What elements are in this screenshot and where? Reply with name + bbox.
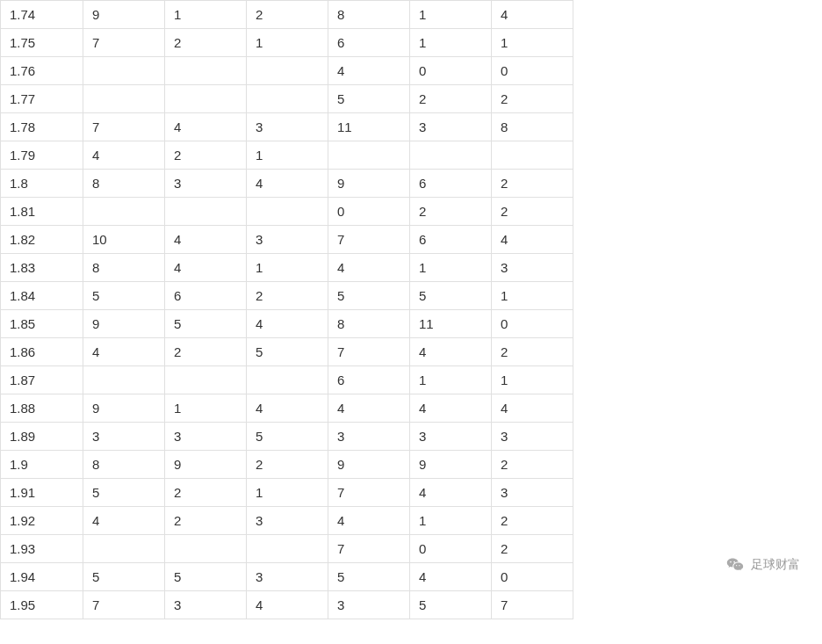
- table-cell: 4: [165, 226, 247, 254]
- table-cell: 11: [328, 113, 410, 141]
- table-cell: 4: [247, 310, 328, 338]
- table-row: 1.93702: [1, 535, 573, 563]
- table-cell: 7: [328, 338, 410, 366]
- table-cell: 6: [165, 282, 247, 310]
- table-row: 1.84562551: [1, 282, 573, 310]
- table-row: 1.76400: [1, 57, 573, 85]
- table-cell: 1.92: [1, 507, 83, 535]
- table-cell: 1: [492, 282, 573, 310]
- table-cell: 1.79: [1, 141, 83, 170]
- table-cell: 1.76: [1, 57, 83, 85]
- table-cell: [247, 57, 328, 85]
- table-cell: 6: [410, 170, 492, 198]
- table-cell: 1.85: [1, 310, 83, 338]
- table-cell: [165, 85, 247, 113]
- table-cell: 10: [83, 226, 165, 254]
- table-cell: 3: [165, 170, 247, 198]
- table-row: 1.88914444: [1, 394, 573, 423]
- table-cell: 0: [492, 57, 573, 85]
- table-cell: 1.84: [1, 282, 83, 310]
- table-cell: [83, 85, 165, 113]
- data-table-container: 1.749128141.757216111.764001.775221.7874…: [0, 0, 822, 619]
- table-cell: 3: [410, 423, 492, 451]
- table-cell: 2: [165, 479, 247, 507]
- table-cell: 4: [83, 507, 165, 535]
- table-cell: 0: [492, 310, 573, 338]
- table-row: 1.75721611: [1, 29, 573, 57]
- table-cell: 5: [247, 338, 328, 366]
- table-cell: 0: [328, 198, 410, 226]
- table-cell: 1.86: [1, 338, 83, 366]
- table-cell: 5: [328, 282, 410, 310]
- table-cell: 9: [410, 451, 492, 479]
- table-cell: 1.78: [1, 113, 83, 141]
- table-cell: 4: [410, 479, 492, 507]
- wechat-icon: [726, 556, 744, 574]
- table-cell: 8: [328, 1, 410, 29]
- table-cell: [83, 57, 165, 85]
- table-cell: 4: [247, 170, 328, 198]
- table-row: 1.94553540: [1, 563, 573, 591]
- table-cell: 3: [328, 591, 410, 619]
- table-cell: [247, 366, 328, 394]
- table-cell: 2: [165, 338, 247, 366]
- table-cell: [165, 535, 247, 563]
- table-cell: 4: [247, 394, 328, 423]
- table-cell: 5: [165, 310, 247, 338]
- table-cell: 7: [83, 29, 165, 57]
- table-cell: 9: [328, 170, 410, 198]
- table-cell: 1.8: [1, 170, 83, 198]
- table-cell: 6: [410, 226, 492, 254]
- table-cell: [410, 141, 492, 170]
- table-row: 1.87611: [1, 366, 573, 394]
- table-cell: 8: [492, 113, 573, 141]
- table-row: 1.83841413: [1, 254, 573, 282]
- table-cell: 7: [492, 591, 573, 619]
- table-cell: 3: [328, 423, 410, 451]
- table-cell: 9: [83, 310, 165, 338]
- table-row: 1.77522: [1, 85, 573, 113]
- table-cell: 5: [83, 563, 165, 591]
- table-row: 1.787431138: [1, 113, 573, 141]
- table-cell: 3: [247, 226, 328, 254]
- table-cell: 1.83: [1, 254, 83, 282]
- table-cell: 8: [83, 451, 165, 479]
- table-cell: 3: [492, 423, 573, 451]
- table-cell: 9: [83, 394, 165, 423]
- table-cell: 2: [492, 170, 573, 198]
- table-cell: 8: [83, 254, 165, 282]
- table-cell: 7: [328, 226, 410, 254]
- table-cell: 4: [328, 254, 410, 282]
- table-cell: 9: [328, 451, 410, 479]
- table-cell: 1.94: [1, 563, 83, 591]
- table-cell: 6: [328, 29, 410, 57]
- table-cell: 1: [410, 1, 492, 29]
- table-cell: 1.82: [1, 226, 83, 254]
- table-cell: 7: [83, 591, 165, 619]
- table-cell: 1.81: [1, 198, 83, 226]
- table-cell: 4: [83, 338, 165, 366]
- table-cell: 3: [492, 254, 573, 282]
- table-cell: 4: [328, 507, 410, 535]
- table-row: 1.821043764: [1, 226, 573, 254]
- table-cell: 1: [247, 29, 328, 57]
- table-cell: 4: [410, 338, 492, 366]
- table-cell: 1.88: [1, 394, 83, 423]
- table-cell: [247, 535, 328, 563]
- table-cell: 5: [328, 85, 410, 113]
- table-cell: 4: [410, 563, 492, 591]
- watermark-label: 足球财富: [751, 557, 800, 573]
- table-cell: 5: [328, 563, 410, 591]
- table-cell: [247, 85, 328, 113]
- table-cell: 5: [410, 282, 492, 310]
- table-cell: 7: [328, 479, 410, 507]
- table-row: 1.79421: [1, 141, 573, 170]
- table-cell: 1.77: [1, 85, 83, 113]
- table-cell: 2: [247, 282, 328, 310]
- table-cell: [328, 141, 410, 170]
- table-cell: [83, 198, 165, 226]
- table-cell: 4: [83, 141, 165, 170]
- table-cell: 1.87: [1, 366, 83, 394]
- table-cell: 2: [165, 141, 247, 170]
- table-cell: 2: [492, 85, 573, 113]
